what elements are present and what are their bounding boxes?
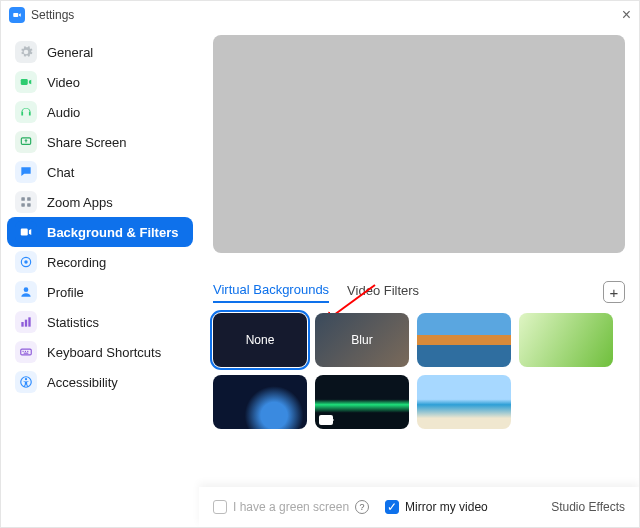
svg-rect-6 bbox=[27, 203, 31, 207]
sidebar-item-label: Chat bbox=[47, 165, 74, 180]
sidebar-item-label: Audio bbox=[47, 105, 80, 120]
sidebar-item-share-screen[interactable]: Share Screen bbox=[7, 127, 193, 157]
thumbnail-label: None bbox=[246, 333, 275, 347]
thumbnail-blur[interactable]: Blur bbox=[315, 313, 409, 367]
svg-rect-13 bbox=[28, 317, 30, 326]
close-icon[interactable]: × bbox=[622, 6, 631, 24]
svg-rect-15 bbox=[23, 351, 24, 352]
chat-icon bbox=[15, 161, 37, 183]
sidebar-item-video[interactable]: Video bbox=[7, 67, 193, 97]
svg-rect-5 bbox=[21, 203, 25, 207]
sidebar-item-label: General bbox=[47, 45, 93, 60]
sidebar-item-label: Profile bbox=[47, 285, 84, 300]
svg-rect-1 bbox=[21, 79, 28, 85]
settings-sidebar: GeneralVideoAudioShare ScreenChatZoom Ap… bbox=[1, 29, 199, 527]
sidebar-item-recording[interactable]: Recording bbox=[7, 247, 193, 277]
thumbnail-aurora[interactable] bbox=[315, 375, 409, 429]
svg-point-10 bbox=[24, 287, 29, 292]
sidebar-item-label: Share Screen bbox=[47, 135, 127, 150]
settings-content: Virtual Backgrounds Video Filters + None… bbox=[199, 29, 639, 527]
svg-rect-17 bbox=[27, 351, 28, 352]
record-icon bbox=[15, 251, 37, 273]
thumbnail-none[interactable]: None bbox=[213, 313, 307, 367]
tab-virtual-backgrounds[interactable]: Virtual Backgrounds bbox=[213, 282, 329, 303]
sidebar-item-keyboard-shortcuts[interactable]: Keyboard Shortcuts bbox=[7, 337, 193, 367]
sidebar-item-statistics[interactable]: Statistics bbox=[7, 307, 193, 337]
green-screen-checkbox[interactable] bbox=[213, 500, 227, 514]
svg-rect-0 bbox=[13, 13, 18, 17]
headphones-icon bbox=[15, 101, 37, 123]
bgfilters-icon bbox=[15, 221, 37, 243]
sidebar-item-profile[interactable]: Profile bbox=[7, 277, 193, 307]
svg-point-9 bbox=[24, 260, 28, 264]
thumbnail-earth-space[interactable] bbox=[213, 375, 307, 429]
share-icon bbox=[15, 131, 37, 153]
thumbnail-beach[interactable] bbox=[417, 375, 511, 429]
svg-rect-18 bbox=[24, 353, 29, 354]
background-thumbnails: NoneBlur bbox=[213, 313, 625, 429]
sidebar-item-audio[interactable]: Audio bbox=[7, 97, 193, 127]
help-icon[interactable]: ? bbox=[355, 500, 369, 514]
sidebar-item-zoom-apps[interactable]: Zoom Apps bbox=[7, 187, 193, 217]
window-title: Settings bbox=[31, 8, 74, 22]
sidebar-item-background-filters[interactable]: Background & Filters bbox=[7, 217, 193, 247]
keyboard-icon bbox=[15, 341, 37, 363]
add-background-button[interactable]: + bbox=[603, 281, 625, 303]
camera-icon bbox=[15, 71, 37, 93]
svg-rect-3 bbox=[21, 197, 25, 201]
plus-icon: + bbox=[610, 284, 619, 301]
sidebar-item-label: Statistics bbox=[47, 315, 99, 330]
zoom-icon bbox=[9, 7, 25, 23]
footer-bar: I have a green screen ? ✓ Mirror my vide… bbox=[199, 487, 639, 527]
camera-icon bbox=[319, 415, 333, 425]
mirror-label: Mirror my video bbox=[405, 500, 488, 514]
sidebar-item-label: Background & Filters bbox=[47, 225, 178, 240]
accessibility-icon bbox=[15, 371, 37, 393]
svg-rect-16 bbox=[25, 351, 26, 352]
svg-rect-4 bbox=[27, 197, 31, 201]
gear-icon bbox=[15, 41, 37, 63]
sidebar-item-label: Keyboard Shortcuts bbox=[47, 345, 161, 360]
sidebar-item-label: Accessibility bbox=[47, 375, 118, 390]
sidebar-item-chat[interactable]: Chat bbox=[7, 157, 193, 187]
sidebar-item-label: Zoom Apps bbox=[47, 195, 113, 210]
stats-icon bbox=[15, 311, 37, 333]
video-preview bbox=[213, 35, 625, 253]
svg-rect-7 bbox=[21, 229, 28, 236]
svg-rect-12 bbox=[25, 320, 27, 327]
mirror-checkbox[interactable]: ✓ bbox=[385, 500, 399, 514]
sidebar-item-label: Recording bbox=[47, 255, 106, 270]
thumbnail-grass[interactable] bbox=[519, 313, 613, 367]
sidebar-item-label: Video bbox=[47, 75, 80, 90]
tab-video-filters[interactable]: Video Filters bbox=[347, 283, 419, 302]
studio-effects-button[interactable]: Studio Effects bbox=[551, 500, 625, 514]
thumbnail-label: Blur bbox=[351, 333, 372, 347]
sidebar-item-general[interactable]: General bbox=[7, 37, 193, 67]
thumbnail-golden-gate-bridge[interactable] bbox=[417, 313, 511, 367]
profile-icon bbox=[15, 281, 37, 303]
apps-icon bbox=[15, 191, 37, 213]
sidebar-item-accessibility[interactable]: Accessibility bbox=[7, 367, 193, 397]
svg-rect-11 bbox=[21, 322, 23, 327]
svg-point-20 bbox=[25, 378, 27, 380]
green-screen-label: I have a green screen bbox=[233, 500, 349, 514]
